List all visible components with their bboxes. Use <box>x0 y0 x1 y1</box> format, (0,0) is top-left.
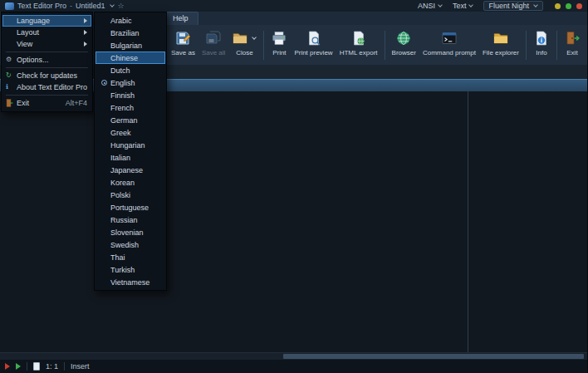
folder-icon <box>492 30 509 47</box>
language-item-italian[interactable]: Italian <box>96 151 165 164</box>
language-label: Chinese <box>110 54 138 62</box>
submenu-arrow-icon <box>84 30 87 35</box>
toolbar-button-label: Print preview <box>294 49 332 56</box>
language-item-finnish[interactable]: Finnish <box>96 89 165 101</box>
language-item-hungarian[interactable]: Hungarian <box>96 139 165 151</box>
menu-item-view[interactable]: View <box>2 38 91 50</box>
toolbar-button-label: Command prompt <box>423 49 476 56</box>
menu-item-layout[interactable]: Layout <box>2 27 91 38</box>
language-label: Bulgarian <box>110 42 142 50</box>
document-name: Untitled1 <box>76 2 105 10</box>
info-icon <box>533 30 550 47</box>
selected-radio-icon <box>101 80 107 86</box>
about-info-icon: ℹ <box>6 84 17 91</box>
language-label: Japanese <box>110 166 143 174</box>
language-item-vietnamese[interactable]: Vietnamese <box>96 276 165 288</box>
language-label: Arabic <box>110 17 132 25</box>
terminal-icon <box>441 30 458 47</box>
save-all-button[interactable]: Save all <box>198 27 228 63</box>
green-dot-button[interactable] <box>566 3 571 9</box>
print-preview-button[interactable]: Print preview <box>291 27 336 63</box>
language-item-greek[interactable]: Greek <box>96 126 165 139</box>
language-item-thai[interactable]: Thai <box>96 251 165 263</box>
save-as-button[interactable]: Save as <box>168 27 198 63</box>
menu-item-options[interactable]: ⚙ Options... <box>2 54 91 66</box>
menu-item-check-for-updates[interactable]: ↻ Check for updates <box>2 70 91 81</box>
toolbar-separator <box>556 31 557 60</box>
language-item-brazilian[interactable]: Brazilian <box>96 27 165 39</box>
menu-item-exit[interactable]: Exit Alt+F4 <box>2 97 91 109</box>
language-item-dutch[interactable]: Dutch <box>96 64 165 76</box>
language-item-english[interactable]: English <box>96 76 165 89</box>
titlebar: Text Editor Pro - Untitled1 ☆ ANSI Text … <box>0 0 587 12</box>
exit-button[interactable]: Exit <box>561 27 584 63</box>
language-label: Thai <box>110 253 125 262</box>
language-label: Vietnamese <box>110 278 149 287</box>
language-item-portuguese[interactable]: Portuguese <box>96 201 165 213</box>
language-item-german[interactable]: German <box>96 114 165 126</box>
language-item-turkish[interactable]: Turkish <box>96 263 165 276</box>
encoding-select[interactable]: ANSI <box>418 2 443 10</box>
menu-item-label: View <box>17 40 32 48</box>
language-label: Brazilian <box>110 29 140 37</box>
language-label: Dutch <box>110 66 130 75</box>
close-button[interactable]: Close <box>228 27 260 63</box>
radio-gutter <box>98 80 110 86</box>
theme-select[interactable]: Fluent Night <box>483 1 543 11</box>
language-label: Polski <box>110 191 130 199</box>
language-item-arabic[interactable]: Arabic <box>96 14 165 27</box>
language-item-swedish[interactable]: Swedish <box>96 238 165 251</box>
red-dot-button[interactable] <box>576 3 582 9</box>
menu-item-label: Options... <box>17 56 49 64</box>
browser-button[interactable]: Browser <box>389 27 419 63</box>
info-button[interactable]: Info <box>530 27 553 63</box>
green-play-icon[interactable] <box>16 363 21 370</box>
printer-icon <box>271 30 287 47</box>
file-type-select[interactable]: Text <box>453 2 474 10</box>
language-item-bulgarian[interactable]: Bulgarian <box>96 39 165 52</box>
language-item-slovenian[interactable]: Slovenian <box>96 226 165 238</box>
html-export-button[interactable]: HTML export <box>336 27 381 63</box>
encoding-value: ANSI <box>418 2 435 10</box>
globe-icon <box>395 30 412 47</box>
language-label: Slovenian <box>110 228 144 237</box>
exit-door-icon <box>564 30 581 47</box>
menu-item-language[interactable]: Language <box>2 15 91 27</box>
save-all-icon <box>205 30 222 47</box>
command-prompt-button[interactable]: Command prompt <box>419 27 479 63</box>
language-item-japanese[interactable]: Japanese <box>96 164 165 176</box>
file-type-value: Text <box>453 2 467 10</box>
language-item-russian[interactable]: Russian <box>96 213 165 226</box>
statusbar: 1: 1 Insert <box>0 360 587 373</box>
document-chevron-down-icon[interactable] <box>110 2 115 7</box>
language-submenu-popup: Arabic Brazilian Bulgarian Chinese Dutch… <box>94 12 167 291</box>
red-play-icon[interactable] <box>5 363 10 370</box>
tab-help[interactable]: Help <box>163 12 198 25</box>
editor-area[interactable] <box>0 91 587 352</box>
close-dropdown-chevron-icon[interactable] <box>252 35 257 40</box>
language-label: Turkish <box>110 266 135 274</box>
menu-item-label: Layout <box>17 28 39 37</box>
file-explorer-button[interactable]: File explorer <box>479 27 522 63</box>
language-label: Finnish <box>110 91 135 100</box>
toolbar-button-label: Browser <box>392 49 416 56</box>
language-item-korean[interactable]: Korean <box>96 176 165 189</box>
language-item-french[interactable]: French <box>96 101 165 114</box>
horizontal-scrollbar-thumb[interactable] <box>283 354 584 359</box>
toolbar-button-label: Info <box>536 49 546 56</box>
language-label: Greek <box>110 129 131 137</box>
menu-item-about[interactable]: ℹ About Text Editor Pro <box>2 81 91 93</box>
print-button[interactable]: Print <box>267 27 291 63</box>
toolbar-button-label: HTML export <box>340 49 378 56</box>
save-as-icon <box>174 30 191 47</box>
favorite-star-icon[interactable]: ☆ <box>118 2 125 10</box>
editor-split-divider[interactable] <box>468 91 468 352</box>
menu-separator <box>6 52 88 52</box>
yellow-dot-button[interactable] <box>555 3 561 9</box>
language-item-chinese[interactable]: Chinese <box>96 52 165 64</box>
horizontal-scrollbar[interactable] <box>0 352 587 360</box>
language-label: English <box>110 79 135 87</box>
chevron-down-icon <box>469 2 474 7</box>
language-item-polski[interactable]: Polski <box>96 189 165 201</box>
exit-door-icon <box>6 99 17 107</box>
